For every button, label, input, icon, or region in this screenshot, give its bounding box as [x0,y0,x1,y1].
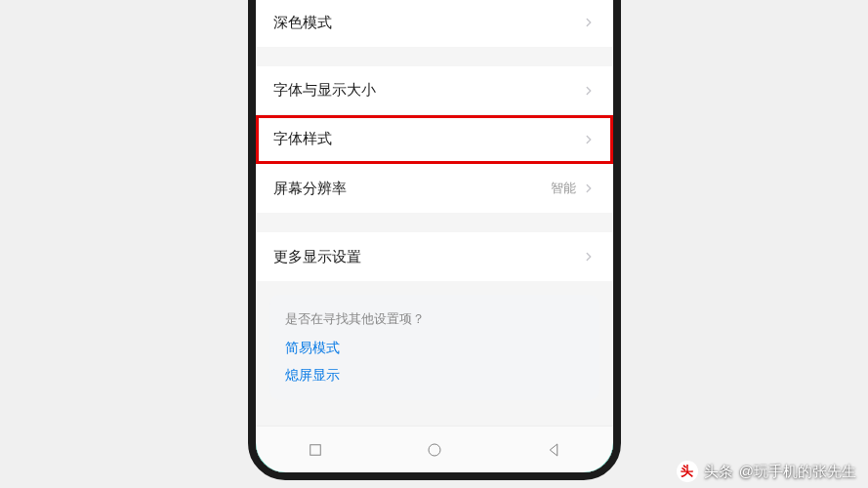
suggestion-link-simple-mode[interactable]: 简易模式 [285,340,584,357]
phone-frame: 护眼模式 深色模式 字体与显示大小 字体样式 [248,0,621,480]
watermark: 头 头条 @玩手机的张先生 [677,461,856,482]
settings-screen: 护眼模式 深色模式 字体与显示大小 字体样式 [256,0,613,426]
item-value: 智能 [551,180,576,197]
item-right: 智能 [551,180,596,197]
toutiao-icon: 头 [677,461,698,482]
item-right [582,250,596,264]
settings-group-font: 字体与显示大小 字体样式 屏幕分辨率 智能 [256,66,613,213]
suggestion-box: 是否在寻找其他设置项？ 简易模式 熄屏显示 [269,295,599,400]
svg-point-1 [429,444,440,456]
item-label: 更多显示设置 [273,248,361,266]
item-right [582,16,596,29]
item-label: 深色模式 [273,14,332,32]
settings-group-display-mode: 护眼模式 深色模式 [256,0,613,47]
item-label: 字体样式 [273,130,332,148]
settings-item-dark-mode[interactable]: 深色模式 [256,0,613,47]
svg-rect-0 [310,444,320,455]
chevron-right-icon [582,84,596,98]
item-label: 屏幕分辨率 [273,180,347,198]
item-right [582,84,596,98]
chevron-right-icon [582,133,596,146]
chevron-right-icon [582,182,596,195]
chevron-right-icon [582,250,596,264]
settings-item-font-style[interactable]: 字体样式 [256,115,613,164]
chevron-right-icon [582,16,596,29]
settings-item-resolution[interactable]: 屏幕分辨率 智能 [256,164,613,213]
nav-recent-icon[interactable] [307,441,324,459]
settings-item-more-display[interactable]: 更多显示设置 [256,232,613,281]
suggestion-link-aod[interactable]: 熄屏显示 [285,367,584,385]
item-right [582,133,596,146]
nav-back-icon[interactable] [545,441,562,459]
settings-group-more: 更多显示设置 [256,232,613,281]
nav-home-icon[interactable] [426,441,443,459]
watermark-text: @玩手机的张先生 [739,463,856,481]
watermark-prefix: 头条 [704,463,733,481]
settings-item-font-size[interactable]: 字体与显示大小 [256,66,613,115]
navigation-bar [256,426,613,472]
suggestion-title: 是否在寻找其他设置项？ [285,310,584,328]
item-label: 字体与显示大小 [273,81,376,100]
